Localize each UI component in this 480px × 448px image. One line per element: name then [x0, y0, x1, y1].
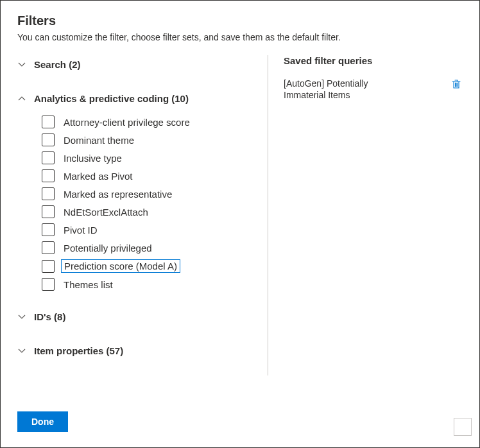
- page-subtitle: You can customize the filter, choose fil…: [17, 32, 463, 42]
- resize-handle[interactable]: [454, 418, 472, 436]
- section-title-search: Search (2): [34, 59, 81, 70]
- page-title: Filters: [17, 13, 463, 28]
- filter-checkbox[interactable]: [42, 187, 55, 200]
- filter-option-row: Prediction score (Model A): [42, 258, 255, 274]
- saved-query-row: [AutoGen] Potentially Immaterial Items: [284, 78, 463, 101]
- saved-query-name[interactable]: [AutoGen] Potentially Immaterial Items: [284, 78, 399, 101]
- section-header-search[interactable]: Search (2): [17, 55, 255, 74]
- filter-option-label[interactable]: NdEtSortExclAttach: [61, 206, 151, 218]
- trash-icon: [451, 79, 461, 89]
- chevron-down-icon: [17, 347, 26, 356]
- section-header-analytics[interactable]: Analytics & predictive coding (10): [17, 89, 255, 108]
- filter-option-row: Dominant theme: [42, 132, 255, 148]
- filters-column: Search (2) Analytics & predictive coding…: [17, 55, 268, 375]
- filter-option-row: Potentially privileged: [42, 240, 255, 255]
- saved-queries-column: Saved filter queries [AutoGen] Potential…: [268, 55, 463, 375]
- filter-option-label[interactable]: Themes list: [61, 279, 116, 291]
- filter-option-row: Marked as Pivot: [42, 168, 255, 184]
- filter-option-label[interactable]: Pivot ID: [61, 224, 100, 236]
- filter-checkbox[interactable]: [42, 260, 55, 273]
- section-title-analytics: Analytics & predictive coding (10): [34, 93, 189, 104]
- filter-option-label[interactable]: Attorney-client privilege score: [61, 116, 193, 128]
- filter-option-label[interactable]: Dominant theme: [61, 134, 137, 146]
- filter-checkbox[interactable]: [42, 169, 55, 182]
- section-search: Search (2): [17, 55, 255, 74]
- done-button[interactable]: Done: [17, 411, 68, 432]
- section-title-ids: ID's (8): [34, 311, 65, 322]
- filter-option-row: Themes list: [42, 277, 255, 292]
- filter-checkbox[interactable]: [42, 151, 55, 164]
- section-header-item-properties[interactable]: Item properties (57): [17, 341, 255, 360]
- filter-checkbox[interactable]: [42, 278, 55, 291]
- filter-option-row: NdEtSortExclAttach: [42, 204, 255, 220]
- filter-option-label[interactable]: Prediction score (Model A): [61, 259, 180, 273]
- filter-option-row: Pivot ID: [42, 222, 255, 237]
- section-ids: ID's (8): [17, 307, 255, 326]
- section-analytics: Analytics & predictive coding (10) Attor…: [17, 89, 255, 292]
- filter-checkbox[interactable]: [42, 134, 55, 146]
- filter-checkbox[interactable]: [42, 116, 55, 128]
- filter-option-label[interactable]: Marked as representative: [61, 188, 175, 200]
- section-title-item-properties: Item properties (57): [34, 345, 123, 356]
- chevron-up-icon: [17, 94, 26, 103]
- filter-option-label[interactable]: Potentially privileged: [61, 242, 155, 254]
- chevron-down-icon: [17, 313, 26, 322]
- filter-option-row: Marked as representative: [42, 186, 255, 202]
- section-header-ids[interactable]: ID's (8): [17, 307, 255, 326]
- filter-checkbox[interactable]: [42, 241, 55, 254]
- filter-option-row: Attorney-client privilege score: [42, 114, 255, 130]
- filter-checkbox[interactable]: [42, 205, 55, 218]
- chevron-down-icon: [17, 60, 26, 69]
- section-items-analytics: Attorney-client privilege scoreDominant …: [17, 114, 255, 292]
- saved-queries-title: Saved filter queries: [284, 55, 463, 66]
- section-item-properties: Item properties (57): [17, 341, 255, 360]
- delete-saved-query-button[interactable]: [450, 78, 463, 90]
- filter-checkbox[interactable]: [42, 223, 55, 236]
- filter-option-label[interactable]: Inclusive type: [61, 152, 124, 164]
- filter-option-row: Inclusive type: [42, 150, 255, 166]
- filter-option-label[interactable]: Marked as Pivot: [61, 170, 135, 182]
